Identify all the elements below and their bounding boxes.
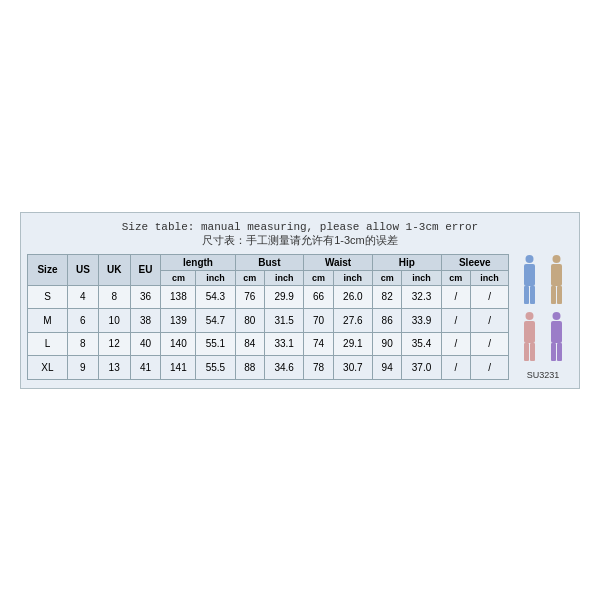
header-waist: Waist [304, 254, 373, 270]
svg-point-4 [553, 255, 561, 263]
table-cell: 54.3 [196, 285, 235, 309]
table-cell: / [441, 285, 471, 309]
size-table: Size US UK EU length Bust Waist Hip Slee… [27, 254, 509, 380]
table-cell: 80 [235, 309, 265, 333]
table-cell: 55.5 [196, 356, 235, 380]
table-body: S483613854.37629.96626.08232.3//M6103813… [28, 285, 509, 379]
table-cell: 74 [304, 332, 334, 356]
table-cell: 31.5 [265, 309, 304, 333]
header-length: length [161, 254, 235, 270]
table-cell: 29.1 [333, 332, 372, 356]
table-cell: 29.9 [265, 285, 304, 309]
table-cell: 36 [130, 285, 161, 309]
table-cell: XL [28, 356, 68, 380]
sleeve-inch: inch [471, 270, 509, 285]
header-us: US [67, 254, 98, 285]
table-cell: 35.4 [402, 332, 441, 356]
table-cell: 4 [67, 285, 98, 309]
bust-inch: inch [265, 270, 304, 285]
table-cell: 8 [98, 285, 130, 309]
svg-rect-11 [530, 343, 535, 361]
table-row: L8124014055.18433.17429.19035.4// [28, 332, 509, 356]
figure-2 [544, 254, 569, 309]
main-header-row: Size US UK EU length Bust Waist Hip Slee… [28, 254, 509, 270]
table-cell: 34.6 [265, 356, 304, 380]
product-image-row-2 [517, 311, 569, 366]
table-row: S483613854.37629.96626.08232.3// [28, 285, 509, 309]
table-cell: M [28, 309, 68, 333]
length-inch: inch [196, 270, 235, 285]
table-cell: 54.7 [196, 309, 235, 333]
table-cell: / [471, 332, 509, 356]
waist-cm: cm [304, 270, 334, 285]
table-cell: 66 [304, 285, 334, 309]
table-cell: 139 [161, 309, 196, 333]
table-cell: 78 [304, 356, 334, 380]
svg-rect-14 [551, 343, 556, 361]
svg-rect-15 [557, 343, 562, 361]
table-cell: 138 [161, 285, 196, 309]
svg-point-0 [526, 255, 534, 263]
title-chinese: 尺寸表：手工测量请允许有1-3cm的误差 [27, 233, 573, 248]
hip-inch: inch [402, 270, 441, 285]
table-cell: 6 [67, 309, 98, 333]
table-cell: 82 [372, 285, 402, 309]
table-cell: 94 [372, 356, 402, 380]
figure-1 [517, 254, 542, 309]
length-cm: cm [161, 270, 196, 285]
table-cell: 38 [130, 309, 161, 333]
table-cell: / [441, 309, 471, 333]
table-cell: 41 [130, 356, 161, 380]
product-code: SU3231 [527, 370, 560, 380]
table-cell: 37.0 [402, 356, 441, 380]
header-uk: UK [98, 254, 130, 285]
product-images: SU3231 [513, 254, 573, 380]
svg-rect-7 [557, 286, 562, 304]
waist-inch: inch [333, 270, 372, 285]
table-cell: 13 [98, 356, 130, 380]
svg-rect-2 [524, 286, 529, 304]
table-cell: 76 [235, 285, 265, 309]
table-cell: 141 [161, 356, 196, 380]
table-cell: 55.1 [196, 332, 235, 356]
table-cell: 140 [161, 332, 196, 356]
table-cell: 9 [67, 356, 98, 380]
table-cell: 26.0 [333, 285, 372, 309]
table-cell: 8 [67, 332, 98, 356]
table-cell: L [28, 332, 68, 356]
header-sleeve: Sleeve [441, 254, 508, 270]
table-cell: 33.9 [402, 309, 441, 333]
table-cell: / [441, 332, 471, 356]
hip-cm: cm [372, 270, 402, 285]
table-cell: / [441, 356, 471, 380]
table-cell: S [28, 285, 68, 309]
table-wrapper: Size US UK EU length Bust Waist Hip Slee… [27, 254, 573, 380]
title-english: Size table: manual measuring, please all… [27, 221, 573, 233]
table-cell: 30.7 [333, 356, 372, 380]
table-cell: 40 [130, 332, 161, 356]
table-row: M6103813954.78031.57027.68633.9// [28, 309, 509, 333]
svg-rect-10 [524, 343, 529, 361]
table-cell: 27.6 [333, 309, 372, 333]
table-cell: 88 [235, 356, 265, 380]
figure-4 [544, 311, 569, 366]
table-cell: 12 [98, 332, 130, 356]
header-eu: EU [130, 254, 161, 285]
svg-rect-3 [530, 286, 535, 304]
table-cell: / [471, 309, 509, 333]
bust-cm: cm [235, 270, 265, 285]
svg-rect-1 [524, 264, 535, 286]
svg-rect-5 [551, 264, 562, 286]
table-cell: 90 [372, 332, 402, 356]
table-cell: / [471, 356, 509, 380]
title-area: Size table: manual measuring, please all… [27, 221, 573, 248]
table-row: XL9134114155.58834.67830.79437.0// [28, 356, 509, 380]
table-cell: 10 [98, 309, 130, 333]
product-image-row-1 [517, 254, 569, 309]
table-cell: 84 [235, 332, 265, 356]
header-hip: Hip [372, 254, 441, 270]
header-bust: Bust [235, 254, 304, 270]
svg-rect-13 [551, 321, 562, 343]
svg-rect-6 [551, 286, 556, 304]
svg-rect-9 [524, 321, 535, 343]
